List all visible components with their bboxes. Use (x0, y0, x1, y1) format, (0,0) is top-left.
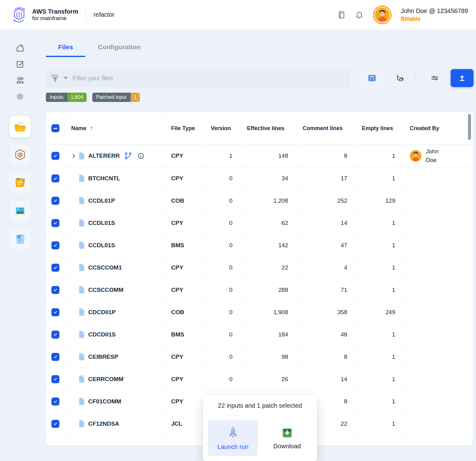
row-checkbox[interactable] (51, 353, 59, 361)
docs-icon[interactable] (337, 11, 346, 19)
column-header-file-type[interactable]: File Type (165, 112, 205, 145)
filter-dropdown-caret-icon[interactable] (63, 77, 68, 79)
empty-cell (356, 435, 404, 446)
file-name-cell: CCSCCOMM (65, 279, 165, 301)
filter-bar: BQL (46, 69, 350, 87)
row-checkbox[interactable] (51, 331, 59, 339)
filter-input[interactable] (72, 74, 344, 82)
row-checkbox[interactable] (51, 241, 59, 249)
module-name: refactor (93, 11, 115, 18)
file-icon (79, 152, 85, 160)
row-checkbox[interactable] (51, 264, 59, 272)
patched-input-badge[interactable]: Patched input 1 (92, 93, 140, 102)
users-icon[interactable] (15, 76, 25, 85)
empty-lines-cell: 1 (356, 368, 404, 390)
download-icon (281, 427, 293, 439)
table-row: CDCD01SBMS0184481 (46, 323, 473, 345)
file-icon (79, 241, 85, 249)
version-cell: 1 (205, 145, 241, 167)
select-all-checkbox[interactable] (51, 124, 59, 132)
column-header-effective-lines[interactable]: Effective lines (241, 112, 296, 145)
column-header-version[interactable]: Version (205, 112, 241, 145)
sidebar-images-item[interactable] (9, 200, 31, 222)
upload-button[interactable] (451, 69, 474, 87)
bell-icon[interactable] (355, 11, 364, 19)
file-icon (79, 397, 85, 405)
user-avatar[interactable] (373, 6, 392, 24)
sidebar-ai-hexagon-item[interactable] (9, 144, 31, 166)
download-button[interactable]: Download (262, 420, 312, 456)
home-icon[interactable] (15, 43, 25, 53)
column-settings-button[interactable] (426, 69, 444, 87)
brand-divider (86, 8, 86, 22)
column-header-created-by[interactable]: Created By (404, 112, 473, 145)
inputs-badge[interactable]: Inputs 1,604 (46, 93, 87, 102)
info-icon[interactable] (137, 152, 145, 160)
tab-configuration[interactable]: Configuration (98, 42, 141, 57)
effective-lines-cell: 1,208 (241, 189, 296, 212)
invoice-icon: $ (13, 232, 27, 246)
launch-run-button[interactable]: Launch run (208, 420, 258, 456)
empty-lines-cell: 1 (356, 256, 404, 279)
row-checkbox[interactable] (51, 174, 59, 182)
row-checkbox[interactable] (51, 286, 59, 294)
file-type-cell: JCL (165, 412, 205, 435)
settings-gear-icon[interactable] (15, 92, 25, 101)
file-name-cell: CEIBRESP (65, 345, 165, 368)
column-header-empty-lines[interactable]: Empty lines (356, 112, 404, 145)
tasks-icon[interactable] (15, 59, 25, 69)
aws-transform-logo-icon (11, 6, 28, 24)
table-row: CCSCCOMMCPY0288711 (46, 279, 473, 301)
table-row: CEIBRESPCPY09881 (46, 345, 473, 368)
table-row: ALTERERRCPY114881John Doe (46, 145, 473, 167)
tree-view-button[interactable] (391, 69, 409, 87)
row-checkbox[interactable] (51, 420, 59, 428)
file-name: CCSCCOMM (88, 287, 123, 293)
created-by: John Doe (410, 147, 444, 164)
table-scrollbar-thumb[interactable] (468, 114, 471, 140)
file-name-cell: CCSCCOM1 (65, 256, 165, 279)
top-bar: AWS Transform for mainframe refactor Joh… (0, 0, 476, 30)
version-cell: 0 (205, 256, 241, 279)
comment-lines-cell: 8 (296, 345, 356, 368)
empty-lines-cell: 249 (356, 301, 404, 323)
effective-lines-cell: 1,908 (241, 301, 296, 323)
column-header-name[interactable]: Name↑ (65, 112, 165, 145)
file-type-cell: COB (165, 189, 205, 212)
row-checkbox[interactable] (51, 197, 59, 205)
user-name: John Doe @ 123456789 (401, 7, 468, 15)
version-cell: 0 (205, 323, 241, 345)
created-by-cell (404, 412, 473, 435)
table-row: CDCD01PCOB01,908358249 (46, 301, 473, 323)
empty-lines-cell: 1 (356, 345, 404, 368)
row-checkbox[interactable] (51, 397, 59, 406)
comment-lines-cell: 17 (296, 167, 356, 189)
empty-lines-cell: 1 (356, 323, 404, 345)
column-header-comment-lines[interactable]: Comment lines (296, 112, 356, 145)
branch-icon[interactable] (124, 152, 132, 160)
bql-filter-icon[interactable]: BQL (51, 74, 59, 82)
table-header-row: Name↑ File Type Version Effective lines … (46, 112, 473, 145)
version-cell: 0 (205, 212, 241, 234)
chevron-right-icon[interactable] (71, 153, 77, 159)
effective-lines-cell: 22 (241, 256, 296, 279)
table-view-button[interactable] (359, 69, 385, 87)
row-checkbox[interactable] (51, 219, 59, 227)
row-checkbox[interactable] (51, 308, 59, 316)
version-cell: 0 (205, 189, 241, 212)
upload-icon (458, 74, 466, 82)
sidebar-files-folder-item[interactable] (9, 116, 31, 138)
file-name: CERRCOMM (88, 376, 123, 383)
row-checkbox[interactable] (51, 375, 59, 383)
file-type-cell: BMS (165, 234, 205, 256)
expand-slot (71, 153, 79, 159)
created-by-cell (404, 323, 473, 345)
tab-files[interactable]: Files (46, 42, 85, 57)
created-by-cell (404, 189, 473, 212)
app-title-line2: for mainframe (32, 15, 78, 22)
row-checkbox[interactable] (51, 152, 59, 160)
file-name: CEIBRESP (88, 353, 118, 360)
sidebar-billing-item[interactable]: $ (9, 228, 31, 250)
file-type-cell: BMS (165, 323, 205, 345)
sidebar-notes-item[interactable] (9, 172, 31, 194)
